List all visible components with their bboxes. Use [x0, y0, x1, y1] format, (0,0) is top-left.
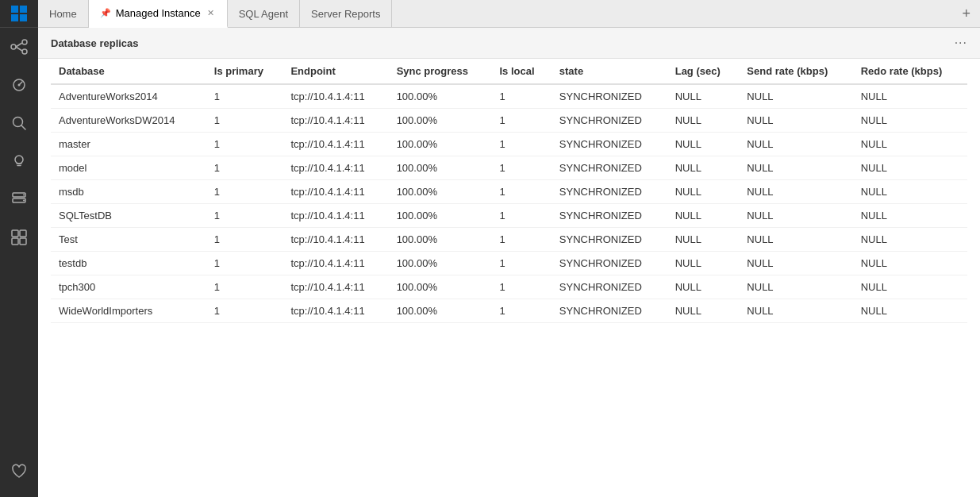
connections-icon[interactable]: [0, 28, 38, 66]
cell-r3-c7: NULL: [739, 156, 852, 180]
cell-r0-c0: AdventureWorks2014: [51, 84, 206, 109]
search-icon[interactable]: [0, 104, 38, 142]
close-icon[interactable]: ✕: [206, 6, 216, 20]
section-header: Database replicas ···: [38, 28, 980, 59]
cell-r9-c8: NULL: [853, 299, 967, 323]
cell-r8-c3: 100.00%: [389, 275, 492, 299]
table-row: SQLTestDB1tcp://10.4.1.4:11100.00%1SYNCH…: [51, 204, 967, 228]
cell-r3-c0: model: [51, 156, 206, 180]
table-container: Database Is primary Endpoint Sync progre…: [38, 59, 980, 497]
cell-r9-c1: 1: [206, 299, 283, 323]
svg-rect-20: [12, 238, 18, 245]
svg-rect-3: [20, 14, 27, 21]
cell-r6-c8: NULL: [853, 228, 967, 252]
cell-r7-c0: testdb: [51, 252, 206, 275]
cell-r5-c2: tcp://10.4.1.4:11: [282, 204, 388, 228]
cell-r5-c0: SQLTestDB: [51, 204, 206, 228]
svg-rect-19: [20, 230, 26, 237]
svg-point-13: [15, 156, 23, 164]
svg-point-10: [18, 84, 21, 87]
svg-point-16: [23, 195, 25, 196]
cell-r1-c3: 100.00%: [389, 109, 492, 133]
cell-r4-c6: NULL: [667, 180, 740, 204]
health-icon[interactable]: [0, 453, 38, 491]
cell-r8-c5: SYNCHRONIZED: [551, 275, 667, 299]
cell-r1-c6: NULL: [667, 109, 740, 133]
cell-r0-c5: SYNCHRONIZED: [551, 84, 667, 109]
cell-r5-c6: NULL: [667, 204, 740, 228]
cell-r7-c5: SYNCHRONIZED: [551, 252, 667, 275]
bulb-icon[interactable]: [0, 142, 38, 180]
section-more-button[interactable]: ···: [955, 36, 967, 50]
cell-r2-c1: 1: [206, 133, 283, 156]
cell-r0-c8: NULL: [853, 84, 967, 109]
cell-r4-c0: msdb: [51, 180, 206, 204]
cell-r4-c4: 1: [491, 180, 551, 204]
cell-r9-c2: tcp://10.4.1.4:11: [282, 299, 388, 323]
col-redo-rate: Redo rate (kbps): [853, 59, 967, 84]
dashboard-icon[interactable]: [0, 66, 38, 104]
svg-line-12: [21, 125, 25, 129]
cell-r5-c8: NULL: [853, 204, 967, 228]
cell-r3-c6: NULL: [667, 156, 740, 180]
cell-r2-c3: 100.00%: [389, 133, 492, 156]
col-sync-progress: Sync progress: [389, 59, 492, 84]
cell-r6-c4: 1: [491, 228, 551, 252]
content-area: Database replicas ··· Database Is primar…: [38, 28, 980, 497]
svg-rect-1: [20, 6, 27, 13]
cell-r9-c3: 100.00%: [389, 299, 492, 323]
cell-r8-c6: NULL: [667, 275, 740, 299]
cell-r6-c5: SYNCHRONIZED: [551, 228, 667, 252]
table-row: model1tcp://10.4.1.4:11100.00%1SYNCHRONI…: [51, 156, 967, 180]
tab-managed-instance-label: Managed Instance: [116, 7, 201, 19]
cell-r2-c6: NULL: [667, 133, 740, 156]
cell-r7-c6: NULL: [667, 252, 740, 275]
tab-home[interactable]: Home: [38, 0, 89, 28]
tab-server-reports[interactable]: Server Reports: [300, 0, 392, 28]
cell-r0-c4: 1: [491, 84, 551, 109]
table-row: WideWorldImporters1tcp://10.4.1.4:11100.…: [51, 299, 967, 323]
cell-r9-c5: SYNCHRONIZED: [551, 299, 667, 323]
cell-r2-c8: NULL: [853, 133, 967, 156]
col-database: Database: [51, 59, 206, 84]
server-icon[interactable]: [0, 180, 38, 218]
tab-bar: Home 📌 Managed Instance ✕ SQL Agent Serv…: [38, 0, 980, 28]
svg-point-4: [11, 44, 16, 49]
col-is-primary: Is primary: [206, 59, 283, 84]
tab-managed-instance[interactable]: 📌 Managed Instance ✕: [89, 0, 228, 28]
cell-r7-c8: NULL: [853, 252, 967, 275]
col-lag: Lag (sec): [667, 59, 740, 84]
cell-r7-c7: NULL: [739, 252, 852, 275]
cell-r9-c4: 1: [491, 299, 551, 323]
svg-rect-18: [12, 230, 18, 237]
activity-bar: [0, 0, 38, 497]
cell-r7-c1: 1: [206, 252, 283, 275]
svg-rect-0: [11, 6, 18, 13]
cell-r8-c4: 1: [491, 275, 551, 299]
cell-r7-c3: 100.00%: [389, 252, 492, 275]
cell-r6-c0: Test: [51, 228, 206, 252]
cell-r8-c8: NULL: [853, 275, 967, 299]
cell-r3-c4: 1: [491, 156, 551, 180]
cell-r5-c7: NULL: [739, 204, 852, 228]
cell-r1-c5: SYNCHRONIZED: [551, 109, 667, 133]
tab-sql-agent[interactable]: SQL Agent: [228, 0, 300, 28]
cell-r7-c2: tcp://10.4.1.4:11: [282, 252, 388, 275]
col-endpoint: Endpoint: [282, 59, 388, 84]
tab-sql-agent-label: SQL Agent: [239, 8, 288, 20]
cell-r4-c2: tcp://10.4.1.4:11: [282, 180, 388, 204]
cell-r8-c7: NULL: [739, 275, 852, 299]
cell-r6-c2: tcp://10.4.1.4:11: [282, 228, 388, 252]
grid-icon[interactable]: [0, 218, 38, 256]
pin-icon: 📌: [100, 8, 111, 18]
svg-point-6: [22, 49, 27, 54]
table-row: Test1tcp://10.4.1.4:11100.00%1SYNCHRONIZ…: [51, 228, 967, 252]
table-row: AdventureWorksDW20141tcp://10.4.1.4:1110…: [51, 109, 967, 133]
cell-r1-c1: 1: [206, 109, 283, 133]
main-area: Home 📌 Managed Instance ✕ SQL Agent Serv…: [38, 0, 980, 497]
add-tab-button[interactable]: +: [952, 0, 980, 28]
cell-r2-c0: master: [51, 133, 206, 156]
cell-r8-c0: tpch300: [51, 275, 206, 299]
svg-rect-2: [11, 14, 18, 21]
cell-r2-c2: tcp://10.4.1.4:11: [282, 133, 388, 156]
